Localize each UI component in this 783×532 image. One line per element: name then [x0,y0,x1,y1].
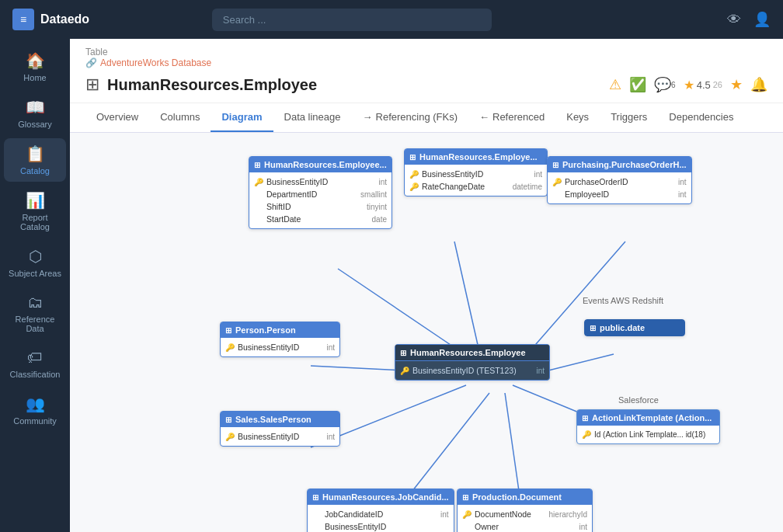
eye-icon[interactable]: 👁 [727,12,741,28]
sidebar-item-reference-data[interactable]: 🗂 Reference Data [4,287,66,339]
table-row: 🔑BusinessEntityIDint [225,430,335,443]
table-row: 🔑Id (Action Link Template... id(18) [582,429,715,440]
card-person-person[interactable]: ⊞ Person.Person 🔑BusinessEntityIDint [220,322,340,357]
tab-referencing-fks[interactable]: → Referencing (FKs) [352,103,468,132]
tab-referenced[interactable]: ← Referenced [468,103,555,132]
tabs-bar: Overview Columns Diagram Data lineage → … [70,103,783,133]
logo-text: Dataedo [40,12,89,26]
card-body: 🔑BusinessEntityIDint 🔑DepartmentIDsmalli… [249,172,392,228]
sidebar-item-label: Home [23,73,46,82]
card-header: ⊞ Purchasing.PurchaseOrderH... [548,157,691,172]
comment-bubble-icon: 💬 [654,76,671,93]
home-icon: 🏠 [26,51,45,70]
card-header: ⊞ ActionLinkTemplate (Action... [577,410,719,426]
topnav-actions: 👁 👤 [727,11,771,28]
sidebar-item-community[interactable]: 👥 Community [4,388,66,432]
breadcrumb-db-link[interactable]: 🔗 AdventureWorks Database [85,57,767,68]
table-row: 🔑PurchaseOrderIDint [552,176,687,188]
card-purchasing-order[interactable]: ⊞ Purchasing.PurchaseOrderH... 🔑Purchase… [547,156,692,204]
grid-icon: ⊞ [312,493,318,502]
table-row: 🔑DepartmentIDsmallint [254,188,387,200]
card-header: ⊞ HumanResources.Employee [395,345,549,361]
sidebar-item-report-catalog[interactable]: 📊 Report Catalog [4,185,66,238]
card-sales-salesperson[interactable]: ⊞ Sales.SalesPerson 🔑BusinessEntityIDint [220,411,340,447]
card-hr-employee-rate[interactable]: ⊞ HumanResources.Employe... 🔑BusinessEnt… [404,148,548,196]
table-row: 🔑BusinessEntityIDint [254,176,387,188]
top-navigation: ≡ Dataedo 👁 👤 [0,0,783,39]
community-icon: 👥 [26,395,45,413]
sidebar-item-label: Catalog [20,166,50,176]
table-row: 🔑StartDatedate [254,213,387,225]
referencing-arrow-icon: → [363,111,373,123]
star-rating: ★ 4.5 26 [684,78,722,92]
table-row: 🔑JobCandidateIDint [312,508,449,520]
star-filled-icon: ★ [684,78,694,92]
table-row: 🔑BusinessEntityIDint [409,168,542,180]
favorite-star-icon[interactable]: ★ [730,76,743,93]
grid-icon: ⊞ [552,161,559,169]
key-icon: 🔑 [462,510,472,519]
table-row: 🔑BusinessEntityID [312,520,449,532]
card-hr-jobcandidate[interactable]: ⊞ HumanResources.JobCandid... 🔑JobCandid… [307,489,454,532]
sidebar-item-label: Reference Data [9,315,61,333]
grid-icon: ⊞ [590,324,596,332]
tab-overview[interactable]: Overview [85,103,149,132]
card-header: ⊞ HumanResources.JobCandid... [308,489,454,505]
logo-icon: ≡ [12,9,34,30]
tab-keys[interactable]: Keys [555,103,600,132]
page-title: HumanResources.Employee [107,76,317,94]
page-header: ⊞ HumanResources.Employee ⚠ ✅ 💬 6 ★ 4.5 … [70,71,783,103]
classification-icon: 🏷 [27,349,43,367]
sidebar-item-catalog[interactable]: 📋 Catalog [4,138,66,182]
sidebar-item-glossary[interactable]: 📖 Glossary [4,92,66,135]
grid-icon: ⊞ [409,153,416,162]
rating-count: 26 [713,80,722,89]
sidebar-item-classification[interactable]: 🏷 Classification [4,342,66,385]
cloud-label-salesforce: Salesforce [618,395,659,405]
card-hr-employee-main[interactable]: ⊞ HumanResources.Employee 🔑BusinessEntit… [395,344,550,381]
search-input[interactable] [212,9,492,31]
check-icon: ✅ [629,76,646,93]
card-action-link[interactable]: ⊞ ActionLinkTemplate (Action... 🔑Id (Act… [576,409,720,444]
comment-badge[interactable]: 💬 6 [654,76,676,93]
search-container [212,9,492,31]
card-header: ⊞ Person.Person [221,322,339,338]
key-icon: 🔑 [552,178,562,186]
card-body: 🔑JobCandidateIDint 🔑BusinessEntityID [308,505,454,532]
report-icon: 📊 [26,191,45,210]
table-row: 🔑Ownerint [462,520,587,532]
tab-data-lineage[interactable]: Data lineage [273,103,352,132]
bell-icon[interactable]: 🔔 [750,76,767,93]
table-row: 🔑BusinessEntityIDint [225,341,335,353]
tab-columns[interactable]: Columns [149,103,211,132]
card-body: 🔑PurchaseOrderIDint 🔑EmployeeIDint [548,172,691,203]
reference-data-icon: 🗂 [27,294,43,311]
sidebar: 🏠 Home 📖 Glossary 📋 Catalog 📊 Report Cat… [0,39,70,532]
tab-diagram[interactable]: Diagram [211,103,273,132]
sidebar-item-home[interactable]: 🏠 Home [4,45,66,89]
card-production-document[interactable]: ⊞ Production.Document 🔑DocumentNodehiera… [457,489,593,532]
grid-icon: ⊞ [400,349,406,357]
logo[interactable]: ≡ Dataedo [12,9,89,30]
rating-value: 4.5 [697,79,711,91]
cloud-label-aws: Events AWS Redshift [583,296,663,305]
card-hr-employee-pay[interactable]: ⊞ HumanResources.Employee... 🔑BusinessEn… [249,156,392,229]
main-layout: 🏠 Home 📖 Glossary 📋 Catalog 📊 Report Cat… [0,39,783,532]
sidebar-item-label: Subject Areas [9,269,61,278]
key-icon: 🔑 [400,367,409,375]
card-body: 🔑BusinessEntityID (TEST123)int [395,361,549,380]
tab-dependencies[interactable]: Dependencies [658,103,744,132]
sidebar-item-subject-areas[interactable]: ⬡ Subject Areas [4,241,66,284]
key-icon: 🔑 [225,433,235,441]
table-icon: ⊞ [85,75,99,95]
diagram-area: ⊞ HumanResources.Employee... 🔑BusinessEn… [70,133,783,532]
tab-triggers[interactable]: Triggers [600,103,658,132]
sidebar-item-label: Report Catalog [9,213,61,231]
table-row: 🔑RateChangeDatedatetime [409,180,542,193]
sidebar-item-label: Glossary [18,120,51,129]
card-public-date[interactable]: ⊞ public.date [584,319,685,336]
table-row: 🔑ShiftIDtinyint [254,200,387,213]
user-icon[interactable]: 👤 [753,11,771,28]
table-row: 🔑EmployeeIDint [552,188,687,200]
card-header: ⊞ HumanResources.Employe... [405,149,547,165]
